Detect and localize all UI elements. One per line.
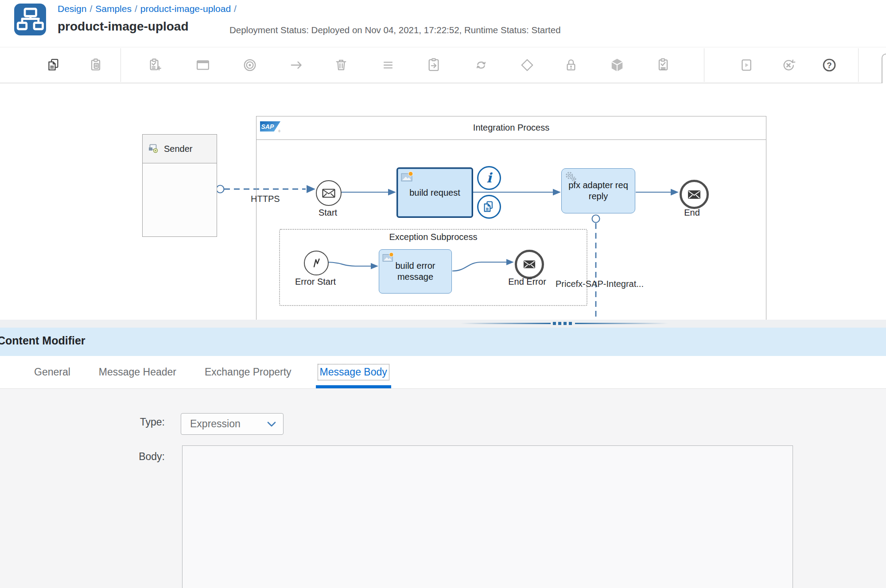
clipped-toolbar-button[interactable] xyxy=(882,54,886,87)
info-icon: i xyxy=(486,171,491,185)
restart-simulation-button[interactable] xyxy=(779,54,798,76)
cpi-flow-editor: Design/Samples/product-image-upload/ pro… xyxy=(0,0,886,588)
end-error-label: End Error xyxy=(496,276,558,287)
breadcrumb-link-package[interactable]: product-image-upload xyxy=(140,4,231,14)
svg-text:?: ? xyxy=(827,61,832,70)
content-modifier-icon xyxy=(401,171,414,182)
bpmn-canvas[interactable]: Sender SAP ® Integration Process xyxy=(0,83,886,320)
splitter-grip-icon[interactable] xyxy=(553,322,572,325)
start-event-label: Start xyxy=(301,207,354,218)
gateway-diamond-icon xyxy=(519,57,535,73)
sender-label: Sender xyxy=(164,144,193,154)
integration-process-title: Integration Process xyxy=(256,123,766,133)
simulate-play-icon xyxy=(738,57,754,73)
create-step-button[interactable] xyxy=(145,54,165,76)
build-request-label: build request xyxy=(409,187,460,198)
pfx-adapter-task[interactable]: pfx adapter req reply xyxy=(561,168,635,213)
type-select-value: Expression xyxy=(190,418,267,430)
property-panel-tabs: General Message Header Exchange Property… xyxy=(0,356,886,389)
receiver-label: Pricefx-SAP-Integrat... xyxy=(556,279,644,289)
sender-port xyxy=(217,186,224,193)
splitter-line xyxy=(461,323,551,324)
toolbar-separator xyxy=(858,48,859,82)
message-envelope-filled-icon xyxy=(523,260,536,269)
integration-flow-app-icon xyxy=(14,4,46,35)
body-input[interactable] xyxy=(182,445,793,588)
participant-icon xyxy=(195,57,211,73)
duplicate-icon xyxy=(482,200,496,213)
help-button[interactable]: ? xyxy=(820,54,839,76)
breadcrumb-separator: / xyxy=(234,4,237,14)
add-gateway-button[interactable] xyxy=(517,54,537,76)
paste-icon xyxy=(88,57,104,73)
type-label: Type: xyxy=(111,416,165,428)
end-error-event[interactable] xyxy=(515,250,544,279)
validate-button[interactable] xyxy=(653,54,673,76)
message-envelope-filled-icon xyxy=(688,190,701,199)
sender-header: Sender xyxy=(143,135,217,163)
menu-icon xyxy=(380,57,396,73)
build-error-message-task[interactable]: build error message xyxy=(379,249,452,294)
move-arrow-icon xyxy=(289,57,305,73)
delete-icon xyxy=(333,57,349,73)
editor-toolbar: ? xyxy=(0,47,886,84)
error-start-label: Error Start xyxy=(284,276,346,287)
breadcrumb-link-samples[interactable]: Samples xyxy=(95,4,132,14)
tab-exchange-property[interactable]: Exchange Property xyxy=(205,356,291,388)
delete-button[interactable] xyxy=(331,54,351,76)
process-flow-icon xyxy=(14,4,46,35)
swap-direction-button[interactable] xyxy=(471,54,491,76)
paste-button[interactable] xyxy=(86,54,105,76)
tab-message-body[interactable]: Message Body xyxy=(320,356,387,388)
step-info-button[interactable]: i xyxy=(477,166,501,190)
step-duplicate-button[interactable] xyxy=(477,195,501,219)
restart-icon xyxy=(781,57,797,73)
navigation-step-button[interactable] xyxy=(424,54,443,76)
add-event-button[interactable] xyxy=(240,54,260,76)
property-panel-title: Content Modifier xyxy=(0,334,85,347)
type-select[interactable]: Expression xyxy=(181,413,284,435)
target-icon xyxy=(242,57,258,73)
toolbar-separator xyxy=(120,48,121,82)
breadcrumb-separator: / xyxy=(89,4,92,14)
page-header: Design/Samples/product-image-upload/ pro… xyxy=(0,0,886,47)
swap-arrows-icon xyxy=(473,57,489,73)
security-lock-button[interactable] xyxy=(561,54,581,76)
sender-participant[interactable]: Sender xyxy=(142,134,217,237)
build-error-message-label: build error message xyxy=(385,260,445,282)
end-event[interactable] xyxy=(680,180,709,209)
breadcrumb-link-design[interactable]: Design xyxy=(58,4,86,14)
chevron-down-icon xyxy=(267,422,276,427)
start-event[interactable] xyxy=(316,180,342,206)
checklist-icon xyxy=(655,57,671,73)
lock-icon xyxy=(563,57,579,73)
exception-subprocess-title: Exception Subprocess xyxy=(280,232,587,242)
build-request-task[interactable]: build request xyxy=(396,167,473,218)
gears-icon xyxy=(565,171,577,183)
menu-button[interactable] xyxy=(378,54,398,76)
breadcrumb: Design/Samples/product-image-upload/ xyxy=(58,4,240,14)
simulate-button[interactable] xyxy=(737,54,756,76)
panel-resize-splitter[interactable] xyxy=(0,320,886,328)
tab-message-header[interactable]: Message Header xyxy=(99,356,176,388)
copy-icon xyxy=(46,57,62,73)
add-participant-button[interactable] xyxy=(193,54,213,76)
integration-process-header: SAP ® Integration Process xyxy=(256,116,766,140)
error-bolt-icon xyxy=(311,258,322,268)
end-event-label: End xyxy=(665,207,719,218)
deployment-status: Deployment Status: Deployed on Nov 04, 2… xyxy=(229,25,561,35)
message-envelope-icon xyxy=(322,189,335,198)
error-start-event[interactable] xyxy=(304,251,329,275)
body-label: Body: xyxy=(111,451,165,463)
deploy-artifact-button[interactable] xyxy=(607,54,627,76)
page-title: product-image-upload xyxy=(58,19,189,34)
copy-button[interactable] xyxy=(44,54,64,76)
tab-general[interactable]: General xyxy=(34,356,70,388)
content-modifier-icon xyxy=(382,252,395,263)
add-connection-button[interactable] xyxy=(287,54,307,76)
help-icon: ? xyxy=(821,57,837,73)
property-panel-content: Type: Expression Body: xyxy=(0,389,886,588)
navigation-step-icon xyxy=(426,57,442,73)
property-panel-header: Content Modifier xyxy=(0,328,886,356)
https-label: HTTPS xyxy=(251,194,280,204)
